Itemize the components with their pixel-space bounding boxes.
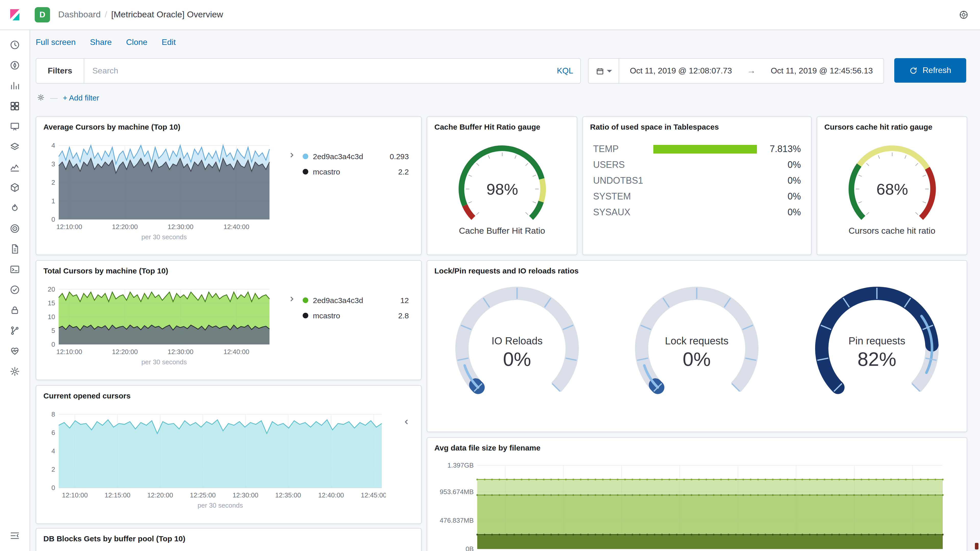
sidebar-heartbeat-icon[interactable] [6, 342, 24, 360]
chart-legend: 2ed9ac3a4c3d 12 mcastro 2.8 [303, 292, 409, 323]
panel-title: Cache Buffer Hit Ratio gauge [427, 117, 577, 132]
average-cursors-chart: 4321012:10:0012:20:0012:30:0012:40:00per… [41, 142, 274, 242]
panel-lock-pin-ratios: Lock/Pin requests and IO reloads ratios … [427, 260, 967, 432]
sidebar-discover-icon[interactable] [6, 56, 24, 75]
sidebar-dashboard-icon[interactable] [6, 97, 24, 115]
panel-total-cursors: Total Cursors by machine (Top 10) 201510… [36, 260, 422, 380]
legend-item[interactable]: 2ed9ac3a4c3d 12 [303, 292, 409, 308]
share-button[interactable]: Share [90, 38, 112, 47]
sidebar-code-icon[interactable] [6, 321, 24, 340]
kibana-dashboard-app: D Dashboard / [Metricbeat Oracle] Overvi… [0, 0, 980, 551]
cache-buffer-gauge: 98% [451, 142, 553, 224]
panel-avg-file-size: Avg data file size by filename 1.397GB95… [427, 437, 967, 551]
sidebar-recently-viewed-icon[interactable] [6, 36, 24, 54]
tablespace-value: 0% [757, 207, 801, 218]
svg-text:4: 4 [52, 447, 55, 455]
sidebar-maps-icon[interactable] [6, 138, 24, 156]
series-value: 12 [401, 295, 409, 304]
legend-item[interactable]: 2ed9ac3a4c3d 0.293 [303, 148, 409, 164]
series-label: 2ed9ac3a4c3d [313, 152, 385, 160]
sidebar-visualize-icon[interactable] [6, 76, 24, 95]
svg-text:12:40:00: 12:40:00 [224, 348, 249, 356]
series-label: mcastro [313, 167, 393, 176]
sidebar-management-icon[interactable] [6, 362, 24, 381]
date-start[interactable]: Oct 11, 2019 @ 12:08:07.73 [619, 66, 743, 76]
opened-cursors-chart: 8642012:10:0012:15:0012:20:0012:25:0012:… [41, 411, 386, 510]
sidebar-security-icon[interactable] [6, 301, 24, 319]
calendar-button[interactable] [589, 59, 619, 83]
sidebar-dev-tools-icon[interactable] [6, 260, 24, 279]
svg-text:Lock requests: Lock requests [665, 335, 729, 346]
sidebar-collapse-icon[interactable] [6, 527, 24, 545]
legend-item[interactable]: mcastro 2.8 [303, 308, 409, 323]
search-input[interactable] [84, 59, 550, 83]
tablespace-name: TEMP [593, 144, 653, 155]
clone-button[interactable]: Clone [126, 38, 148, 47]
scrollbar-thumb[interactable] [975, 543, 978, 549]
sidebar-monitoring-icon[interactable] [6, 281, 24, 299]
tablespace-row: UNDOTBS1 0% [593, 173, 801, 189]
kibana-logo[interactable] [0, 0, 30, 30]
panel-title: Lock/Pin requests and IO reloads ratios [427, 261, 967, 276]
svg-text:1.397GB: 1.397GB [447, 462, 474, 469]
sidebar-canvas-icon[interactable] [6, 118, 24, 136]
legend-toggle-icon[interactable] [402, 417, 411, 427]
legend-toggle-icon[interactable] [287, 151, 297, 160]
series-color-dot [303, 297, 308, 303]
svg-text:0: 0 [52, 484, 55, 492]
kql-toggle-button[interactable]: KQL [550, 59, 580, 83]
legend-item[interactable]: mcastro 2.2 [303, 164, 409, 179]
tablespace-usage-bar [653, 145, 757, 154]
legend-toggle-icon[interactable] [287, 294, 297, 303]
full-screen-button[interactable]: Full screen [36, 38, 76, 47]
header-right [956, 8, 971, 22]
sidebar-metrics-icon[interactable] [6, 179, 24, 197]
breadcrumb-separator: / [105, 10, 107, 20]
tablespace-bar-area [653, 176, 757, 185]
breadcrumb: Dashboard / [Metricbeat Oracle] Overview [58, 10, 223, 20]
svg-text:82%: 82% [858, 348, 896, 370]
search-bar: Filters KQL [36, 58, 581, 84]
sidebar-uptime-icon[interactable] [6, 240, 24, 258]
svg-text:1: 1 [52, 197, 55, 205]
tablespace-name: UNDOTBS1 [593, 176, 653, 186]
svg-text:10: 10 [48, 313, 55, 321]
tablespace-list: TEMP 7.813% USERS 0% UNDOTBS1 0% SYSTEM … [583, 132, 811, 221]
svg-text:per 30 seconds: per 30 seconds [197, 502, 243, 509]
filter-separator: — [50, 93, 58, 102]
sidebar-logs-icon[interactable] [6, 199, 24, 218]
svg-text:IO Reloads: IO Reloads [492, 335, 542, 346]
svg-text:4: 4 [52, 142, 55, 149]
sidebar-machine-learning-icon[interactable] [6, 158, 24, 176]
breadcrumb-dashboard-link[interactable]: Dashboard [58, 10, 100, 20]
avg-file-size-chart: 1.397GB953.674MB476.837MB0B [433, 462, 947, 551]
series-color-dot [303, 313, 308, 318]
series-value: 0.293 [390, 152, 409, 160]
svg-text:0%: 0% [683, 348, 711, 370]
panel-title: Total Cursors by machine (Top 10) [36, 261, 421, 276]
refresh-icon [909, 66, 918, 75]
add-filter-button[interactable]: + Add filter [63, 93, 99, 102]
series-value: 2.2 [398, 167, 409, 176]
svg-text:12:15:00: 12:15:00 [105, 491, 130, 499]
svg-text:12:45:00: 12:45:00 [361, 491, 386, 499]
edit-button[interactable]: Edit [162, 38, 176, 47]
date-range-arrow-icon: → [743, 66, 760, 76]
space-badge[interactable]: D [35, 7, 50, 22]
refresh-button[interactable]: Refresh [894, 58, 966, 83]
sidebar-apm-icon[interactable] [6, 219, 24, 238]
series-color-dot [303, 168, 308, 174]
panel-opened-cursors: Current opened cursors 8642012:10:0012:1… [36, 385, 422, 524]
svg-text:6: 6 [52, 429, 55, 437]
panel-title: DB Blocks Gets by buffer pool (Top 10) [36, 529, 421, 544]
tablespace-bar-area [653, 145, 757, 154]
date-end[interactable]: Oct 11, 2019 @ 12:45:56.13 [760, 66, 883, 76]
svg-text:Pin requests: Pin requests [848, 335, 905, 346]
filters-dropdown-button[interactable]: Filters [36, 59, 84, 83]
svg-text:0: 0 [52, 341, 55, 348]
panel-db-blocks: DB Blocks Gets by buffer pool (Top 10) [36, 528, 422, 551]
header-circle-icon[interactable] [956, 8, 971, 22]
svg-text:5: 5 [52, 327, 55, 334]
svg-text:12:20:00: 12:20:00 [147, 491, 173, 499]
filter-options-gear-icon[interactable] [37, 94, 45, 102]
